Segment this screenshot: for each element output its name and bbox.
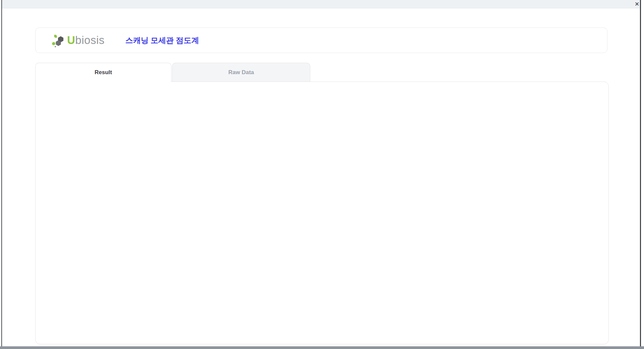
page-title: 스캐닝 모세관 점도계 (125, 35, 199, 46)
window-border-left (1, 0, 2, 347)
header-card: Ubiosis 스캐닝 모세관 점도계 (35, 28, 607, 53)
brand: Ubiosis (50, 33, 105, 48)
brand-rest: biosis (75, 34, 104, 46)
tab-raw-data[interactable]: Raw Data (172, 63, 310, 82)
tab-result[interactable]: Result (35, 63, 171, 82)
brand-text: Ubiosis (67, 34, 105, 47)
result-tab-panel (35, 82, 609, 344)
brand-letter-u: U (67, 34, 75, 46)
ubiosis-logo-icon (50, 33, 65, 48)
window-border-right (640, 0, 641, 347)
window-titlebar (2, 0, 640, 8)
window-bottom-edge (0, 346, 644, 349)
app-window: ✕ Ubiosis 스캐닝 모세관 점도계 Result Raw Data i … (0, 0, 644, 349)
